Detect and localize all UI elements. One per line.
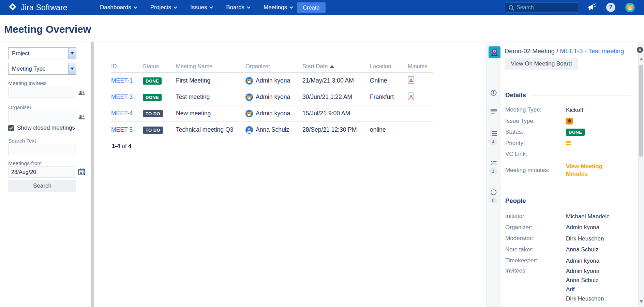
breadcrumb-separator: / bbox=[555, 47, 560, 55]
nav-item-issues[interactable]: Issues bbox=[190, 4, 213, 11]
jira-logo[interactable]: Jira Software bbox=[8, 0, 68, 15]
column-header-minutes[interactable]: Minutes bbox=[408, 63, 433, 70]
workspace: Project Meeting Type Meeting Invitees Or… bbox=[0, 42, 644, 307]
title-bar: Meeting Overview bbox=[0, 15, 644, 42]
view-meeting-minutes-link[interactable]: View Meeting Minutes bbox=[566, 163, 617, 178]
pagination-total: 4 bbox=[128, 143, 131, 149]
nav-item-projects[interactable]: Projects bbox=[150, 4, 177, 11]
location: online bbox=[370, 126, 408, 133]
organizer-value: Admin kyona bbox=[566, 223, 599, 232]
meetings-table: ID Status Meeting Name Organizer Start D… bbox=[111, 60, 433, 138]
issue-key-link[interactable]: MEET-5 bbox=[111, 126, 133, 133]
search-input[interactable] bbox=[516, 3, 577, 12]
comment-count-badge: 0 bbox=[489, 197, 497, 204]
meeting-type-select[interactable]: Meeting Type bbox=[8, 63, 76, 75]
vertical-scrollbar[interactable] bbox=[638, 42, 644, 307]
comment-bubble-icon[interactable] bbox=[491, 189, 497, 197]
organizer-name: Admin kyona bbox=[256, 110, 290, 117]
chevron-down-icon bbox=[209, 6, 213, 9]
column-header-meeting-name[interactable]: Meeting Name bbox=[176, 63, 245, 70]
organizer-avatar bbox=[245, 93, 253, 101]
create-button[interactable]: Create bbox=[297, 2, 326, 13]
invitee: Anna Schulz bbox=[566, 276, 604, 285]
announcement-megaphone-icon[interactable] bbox=[587, 3, 596, 13]
initiator-value: Michael Mandelc bbox=[566, 212, 610, 221]
nav-item-dashboards[interactable]: Dashboards bbox=[100, 4, 137, 11]
column-header-organizer[interactable]: Organizer bbox=[245, 63, 302, 70]
details-section: Details Meeting Type: Kickoff Issue Type… bbox=[505, 91, 631, 178]
nav-item-boards[interactable]: Boards bbox=[226, 4, 251, 11]
help-icon[interactable]: ? bbox=[606, 3, 615, 12]
show-closed-meetings-checkbox[interactable]: Show closed meetings bbox=[8, 125, 75, 131]
scroll-down-arrow-icon[interactable] bbox=[640, 300, 643, 303]
pdf-minutes-icon[interactable] bbox=[408, 95, 414, 102]
pdf-minutes-icon[interactable] bbox=[408, 78, 414, 85]
moderator-value: Dirk Heuschen bbox=[566, 234, 604, 243]
chevron-down-icon bbox=[247, 6, 251, 9]
details-heading: Details bbox=[505, 91, 526, 99]
description-icon[interactable] bbox=[491, 109, 497, 115]
timekeeper-label: Timekeeper: bbox=[505, 257, 566, 264]
issue-type-label: Issue Type: bbox=[505, 118, 566, 125]
view-on-meeting-board-button[interactable]: View On Meeting Board bbox=[505, 58, 578, 70]
column-header-start-date[interactable]: Start Date bbox=[302, 63, 370, 70]
status-label: Status: bbox=[505, 129, 566, 135]
table-row[interactable]: MEET-4 TO DO New meeting Admin kyona 15/… bbox=[111, 105, 433, 122]
project-select[interactable]: Project bbox=[8, 47, 76, 59]
bullet-list-icon[interactable] bbox=[491, 131, 497, 137]
project-select-value: Project bbox=[9, 50, 68, 57]
user-avatar[interactable] bbox=[625, 3, 635, 12]
search-button[interactable]: Search bbox=[8, 180, 76, 192]
issue-key-link[interactable]: MEET-3 bbox=[111, 93, 133, 100]
invitee: Dirk Heuschen bbox=[566, 294, 604, 303]
primary-nav: Dashboards Projects Issues Boards Meetin… bbox=[100, 0, 293, 15]
status-badge: TO DO bbox=[143, 110, 163, 117]
meetings-from-input[interactable] bbox=[8, 166, 76, 178]
issue-key-link[interactable]: MEET-1 bbox=[111, 77, 133, 84]
table-row[interactable]: MEET-3 DONE Test meeting Admin kyona 30/… bbox=[111, 89, 433, 105]
organizer-name: Anna Schulz bbox=[256, 126, 289, 133]
breadcrumb-issue-link[interactable]: MEET-3 - Test meeting bbox=[560, 47, 624, 55]
list-count-badge: 4 bbox=[489, 138, 497, 145]
scrollbar-thumb[interactable] bbox=[639, 65, 643, 157]
meeting-invitees-input[interactable] bbox=[8, 87, 76, 98]
calendar-icon[interactable] bbox=[78, 168, 85, 177]
issue-key-link[interactable]: MEET-4 bbox=[111, 110, 133, 117]
column-header-location[interactable]: Location bbox=[370, 63, 408, 70]
breadcrumb-project: Demo-02 Meeting bbox=[505, 47, 555, 55]
table-header-row: ID Status Meeting Name Organizer Start D… bbox=[111, 60, 433, 73]
vc-link-label: VC Link: bbox=[505, 151, 566, 158]
pagination: 1-4 of 4 bbox=[112, 143, 132, 150]
close-panel-icon[interactable]: ✕ bbox=[637, 47, 643, 53]
organizer-input[interactable] bbox=[8, 111, 76, 122]
search-text-input[interactable] bbox=[8, 144, 76, 155]
nav-item-meetings[interactable]: Meetings bbox=[264, 4, 293, 11]
breadcrumb: Demo-02 Meeting / MEET-3 - Test meeting bbox=[505, 47, 624, 55]
user-picker-icon[interactable] bbox=[78, 90, 85, 97]
table-row[interactable]: MEET-5 TO DO Technical meeting Q3 Anna S… bbox=[111, 122, 433, 138]
user-picker-icon[interactable] bbox=[78, 115, 85, 121]
meeting-name: New meeting bbox=[176, 110, 245, 117]
checklist-icon[interactable] bbox=[491, 160, 497, 167]
info-icon[interactable] bbox=[491, 90, 497, 97]
meetings-from-label: Meetings from bbox=[8, 160, 42, 166]
top-navigation-bar: Jira Software Dashboards Projects Issues… bbox=[0, 0, 644, 15]
location: Frankfurt bbox=[370, 93, 408, 101]
section-rule bbox=[531, 201, 631, 201]
meeting-type-label: Meeting Type: bbox=[505, 106, 566, 113]
show-closed-meetings-label: Show closed meetings bbox=[17, 125, 75, 131]
status-badge: DONE bbox=[143, 94, 162, 101]
organizer-label: Organizer: bbox=[505, 224, 566, 231]
table-row[interactable]: MEET-1 DONE First Meeting Admin kyona 21… bbox=[111, 73, 433, 89]
chevron-down-icon bbox=[134, 6, 137, 9]
status-badge: DONE bbox=[566, 129, 585, 136]
note-taker-label: Note taker: bbox=[505, 246, 566, 253]
meeting-issue-type-icon bbox=[566, 118, 573, 125]
column-header-id[interactable]: ID bbox=[111, 63, 143, 70]
organizer-avatar bbox=[245, 77, 253, 85]
sidebar-divider bbox=[91, 42, 94, 307]
invitee: Admin kyona bbox=[566, 266, 604, 276]
scroll-up-arrow-icon[interactable] bbox=[640, 58, 643, 60]
column-header-status[interactable]: Status bbox=[143, 63, 176, 70]
invitees-label: Invitees: bbox=[505, 266, 566, 274]
